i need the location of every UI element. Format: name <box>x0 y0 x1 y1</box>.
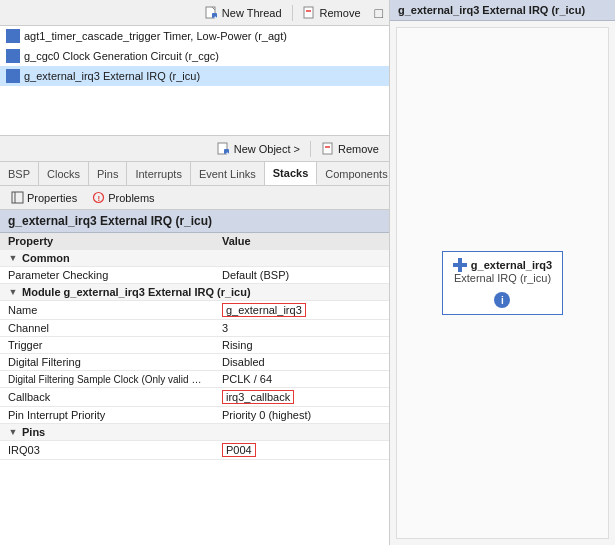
svg-rect-11 <box>12 192 23 203</box>
prop-row-trigger: Trigger Rising <box>0 337 389 354</box>
svg-rect-16 <box>453 263 467 267</box>
prop-name-filtering-clock: Digital Filtering Sample Clock (Only val… <box>0 371 214 388</box>
prop-value-parameter-checking[interactable]: Default (BSP) <box>214 267 389 284</box>
tab-eventlinks[interactable]: Event Links <box>191 162 265 185</box>
svg-text:+: + <box>226 150 230 155</box>
svg-text:!: ! <box>97 194 100 203</box>
prop-header-value: Value <box>214 233 389 250</box>
new-thread-button[interactable]: + New Thread <box>201 5 286 21</box>
prop-name-channel: Channel <box>0 320 214 337</box>
tabs-row: BSP Clocks Pins Interrupts Event Links S… <box>0 162 389 186</box>
prop-row-parameter-checking: Parameter Checking Default (BSP) <box>0 267 389 284</box>
section-pins: ▼ Pins <box>0 424 389 441</box>
diagram-area: g_external_irq3 External IRQ (r_icu) i <box>396 27 609 539</box>
properties-area: g_external_irq3 External IRQ (r_icu) Pro… <box>0 210 389 545</box>
remove-object-icon <box>321 142 335 156</box>
remove-object-button[interactable]: Remove <box>317 141 383 157</box>
section-module-label: Module g_external_irq3 External IRQ (r_i… <box>22 286 251 298</box>
new-thread-icon: + <box>205 6 219 20</box>
prop-name-callback: Callback <box>0 388 214 407</box>
properties-icon <box>10 191 24 205</box>
tab-clocks[interactable]: Clocks <box>39 162 89 185</box>
name-value-highlighted[interactable]: g_external_irq3 <box>222 303 306 317</box>
prop-header-property: Property <box>0 233 214 250</box>
tab-bsp[interactable]: BSP <box>0 162 39 185</box>
remove-thread-label: Remove <box>320 7 361 19</box>
top-toolbar: + New Thread Remove □ <box>0 0 389 26</box>
prop-row-name: Name g_external_irq3 <box>0 301 389 320</box>
properties-tab-btn[interactable]: Properties <box>6 190 81 206</box>
problems-icon: ! <box>91 191 105 205</box>
prop-value-callback[interactable]: irq3_callback <box>214 388 389 407</box>
expand-module-icon[interactable]: ▼ <box>8 287 18 297</box>
expand-button[interactable]: □ <box>375 5 383 21</box>
list-item[interactable]: agt1_timer_cascade_trigger Timer, Low-Po… <box>0 26 389 46</box>
left-panel: + New Thread Remove □ ag <box>0 0 390 545</box>
prop-row-irq03: IRQ03 P004 <box>0 441 389 460</box>
section-common-label: Common <box>22 252 70 264</box>
prop-name-priority: Pin Interrupt Priority <box>0 407 214 424</box>
prop-row-channel: Channel 3 <box>0 320 389 337</box>
list-item[interactable]: g_cgc0 Clock Generation Circuit (r_cgc) <box>0 46 389 66</box>
tab-interrupts[interactable]: Interrupts <box>127 162 190 185</box>
diagram-type: External IRQ (r_icu) <box>453 272 552 284</box>
prop-value-name[interactable]: g_external_irq3 <box>214 301 389 320</box>
problems-label: Problems <box>108 192 154 204</box>
info-icon[interactable]: i <box>494 292 510 308</box>
thread-list: agt1_timer_cascade_trigger Timer, Low-Po… <box>0 26 389 136</box>
diagram-cross-icon <box>453 258 467 272</box>
thread-item-label: g_cgc0 Clock Generation Circuit (r_cgc) <box>24 50 219 62</box>
remove-thread-button[interactable]: Remove <box>299 5 365 21</box>
tab-stacks[interactable]: Stacks <box>265 162 317 185</box>
prop-name-parameter-checking: Parameter Checking <box>0 267 214 284</box>
thread-item-icon <box>6 49 20 63</box>
diagram-box[interactable]: g_external_irq3 External IRQ (r_icu) i <box>442 251 563 315</box>
thread-item-icon <box>6 69 20 83</box>
thread-item-icon <box>6 29 20 43</box>
diagram-name: g_external_irq3 <box>471 259 552 271</box>
callback-value-highlighted[interactable]: irq3_callback <box>222 390 294 404</box>
prop-row-callback: Callback irq3_callback <box>0 388 389 407</box>
right-panel-title: g_external_irq3 External IRQ (r_icu) <box>390 0 615 21</box>
prop-value-irq03[interactable]: P004 <box>214 441 389 460</box>
prop-value-priority[interactable]: Priority 0 (highest) <box>214 407 389 424</box>
sub-toolbar: Properties ! Problems <box>0 186 389 210</box>
properties-title: g_external_irq3 External IRQ (r_icu) <box>0 210 389 233</box>
prop-name-trigger: Trigger <box>0 337 214 354</box>
tab-pins[interactable]: Pins <box>89 162 127 185</box>
expand-pins-icon[interactable]: ▼ <box>8 427 18 437</box>
section-pins-label: Pins <box>22 426 45 438</box>
right-panel: g_external_irq3 External IRQ (r_icu) g_e… <box>390 0 615 545</box>
problems-tab-btn[interactable]: ! Problems <box>87 190 158 206</box>
new-object-icon: + <box>217 142 231 156</box>
list-item-selected[interactable]: g_external_irq3 External IRQ (r_icu) <box>0 66 389 86</box>
new-thread-label: New Thread <box>222 7 282 19</box>
svg-text:+: + <box>214 14 218 19</box>
properties-table: Property Value ▼ Common <box>0 233 389 460</box>
toolbar-separator2 <box>310 141 311 157</box>
section-module: ▼ Module g_external_irq3 External IRQ (r… <box>0 284 389 301</box>
prop-row-digital-filtering: Digital Filtering Disabled <box>0 354 389 371</box>
tab-components[interactable]: Components <box>317 162 389 185</box>
toolbar-separator <box>292 5 293 21</box>
new-object-button[interactable]: + New Object > <box>213 141 304 157</box>
irq03-value-highlighted[interactable]: P004 <box>222 443 256 457</box>
prop-value-filtering-clock[interactable]: PCLK / 64 <box>214 371 389 388</box>
prop-name-irq03: IRQ03 <box>0 441 214 460</box>
expand-common-icon[interactable]: ▼ <box>8 253 18 263</box>
new-object-label: New Object > <box>234 143 300 155</box>
prop-value-digital-filtering[interactable]: Disabled <box>214 354 389 371</box>
thread-item-label: g_external_irq3 External IRQ (r_icu) <box>24 70 200 82</box>
prop-value-trigger[interactable]: Rising <box>214 337 389 354</box>
section-common: ▼ Common <box>0 250 389 267</box>
prop-row-filtering-clock: Digital Filtering Sample Clock (Only val… <box>0 371 389 388</box>
svg-rect-9 <box>323 143 332 154</box>
prop-value-channel[interactable]: 3 <box>214 320 389 337</box>
prop-name-name: Name <box>0 301 214 320</box>
remove-object-label: Remove <box>338 143 379 155</box>
remove-icon <box>303 6 317 20</box>
thread-item-label: agt1_timer_cascade_trigger Timer, Low-Po… <box>24 30 287 42</box>
svg-rect-4 <box>304 7 313 18</box>
middle-toolbar: + New Object > Remove <box>0 136 389 162</box>
properties-label: Properties <box>27 192 77 204</box>
